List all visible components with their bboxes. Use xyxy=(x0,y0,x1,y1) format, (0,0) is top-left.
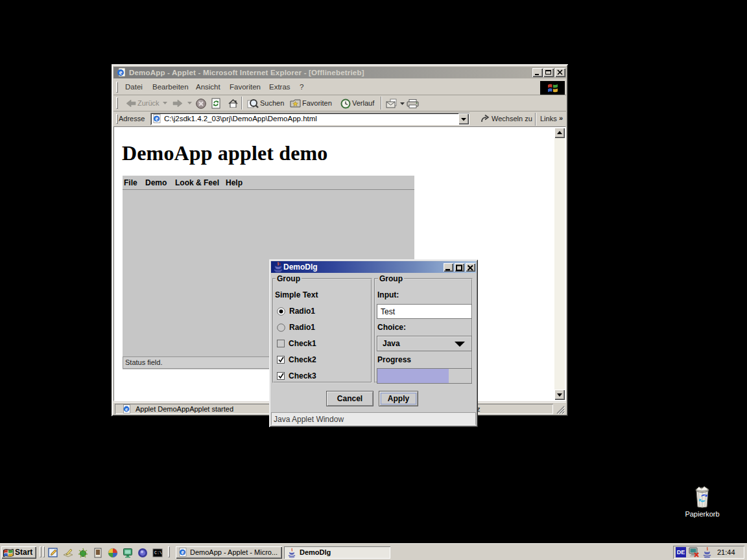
svg-text:C:\: C:\ xyxy=(154,551,162,555)
svg-text:e: e xyxy=(125,406,128,412)
svg-text:e: e xyxy=(119,69,123,76)
svg-text:e: e xyxy=(155,115,158,122)
svg-text:e: e xyxy=(181,549,184,555)
